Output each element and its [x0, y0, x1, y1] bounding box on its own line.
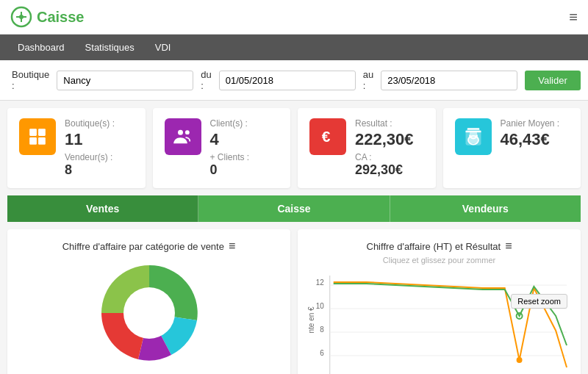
clients-icon	[165, 118, 201, 155]
du-input[interactable]	[219, 71, 356, 90]
y-axis-label: nte en €	[307, 306, 315, 333]
tab-vendeurs[interactable]: Vendeurs	[390, 195, 581, 222]
logo: Caisse	[10, 6, 85, 28]
tab-caisse[interactable]: Caisse	[198, 195, 390, 222]
clients-value: 4	[210, 130, 279, 149]
svg-text:6: 6	[320, 349, 324, 357]
donut-chart-card: Chiffre d'affaire par catégorie de vente…	[7, 229, 290, 374]
svg-point-3	[19, 15, 24, 19]
nav-vdi[interactable]: VDI	[145, 35, 182, 60]
vendeurs-value: 8	[65, 162, 134, 178]
svg-text:8: 8	[320, 326, 324, 334]
boutiques-label: Boutique(s) :	[65, 118, 134, 129]
nav-dashboard[interactable]: Dashboard	[7, 35, 75, 60]
logo-icon	[10, 6, 32, 28]
line-menu-icon[interactable]: ≡	[505, 240, 512, 253]
boutiques-content: Boutique(s) : 11 Vendeur(s) : 8	[65, 118, 134, 178]
panier-label: Panier Moyen :	[501, 118, 570, 129]
tab-ventes[interactable]: Ventes	[7, 195, 198, 222]
svg-point-8	[178, 130, 183, 135]
du-label: du :	[201, 69, 211, 91]
svg-text:€: €	[322, 128, 331, 145]
svg-point-9	[184, 130, 189, 134]
svg-text:10: 10	[316, 302, 324, 310]
svg-rect-6	[29, 137, 37, 145]
line-chart-subtitle: Cliquez et glissez pour zommer	[308, 256, 570, 265]
boutique-label: Boutique :	[12, 69, 49, 91]
app-header: Caisse ≡	[0, 0, 588, 35]
resultat-label: Resultat :	[355, 118, 424, 129]
svg-rect-5	[38, 129, 46, 136]
panier-content: Panier Moyen : 46,43€	[501, 118, 570, 149]
stat-card-boutiques: Boutique(s) : 11 Vendeur(s) : 8	[7, 108, 146, 188]
line-chart-title: Chiffre d'affaire (HT) et Résultat ≡	[308, 240, 570, 253]
donut-menu-icon[interactable]: ≡	[229, 240, 235, 253]
logo-text: Caisse	[37, 9, 85, 26]
svg-rect-7	[38, 137, 46, 145]
reset-zoom-button[interactable]: Reset zoom	[511, 294, 567, 309]
plus-clients-label: + Clients :	[210, 152, 279, 162]
svg-point-25	[517, 357, 523, 363]
stat-card-clients: Client(s) : 4 + Clients : 0	[153, 108, 291, 188]
boutiques-icon	[19, 118, 56, 155]
charts-row: Chiffre d'affaire par catégorie de vente…	[0, 222, 588, 374]
plus-clients-value: 0	[210, 162, 279, 178]
line-chart-card: Chiffre d'affaire (HT) et Résultat ≡ Cli…	[298, 229, 581, 374]
donut-chart-title: Chiffre d'affaire par catégorie de vente…	[18, 240, 280, 253]
euro-icon: €	[309, 118, 346, 155]
chart-tabs: Ventes Caisse Vendeurs	[7, 195, 581, 222]
filter-bar: Boutique : du : au : Valider	[0, 60, 588, 101]
stats-row: Boutique(s) : 11 Vendeur(s) : 8 Client(s…	[0, 108, 588, 195]
ca-label: CA :	[355, 152, 424, 162]
vendeurs-label: Vendeur(s) :	[65, 152, 134, 162]
clients-label: Client(s) :	[210, 118, 279, 129]
svg-text:12: 12	[316, 278, 324, 287]
clients-content: Client(s) : 4 + Clients : 0	[210, 118, 279, 178]
nav-statistiques[interactable]: Statistiques	[75, 35, 145, 60]
resultat-content: Resultat : 222,30€ CA : 292,30€	[355, 118, 424, 178]
svg-point-13	[123, 287, 175, 339]
boutique-input[interactable]	[57, 71, 193, 90]
boutiques-value: 11	[65, 130, 134, 149]
ca-value: 292,30€	[355, 162, 424, 178]
basket-icon	[455, 118, 492, 155]
stat-card-panier: Panier Moyen : 46,43€	[443, 108, 581, 188]
stat-card-resultat: € Resultat : 222,30€ CA : 292,30€	[298, 108, 436, 188]
resultat-value: 222,30€	[355, 130, 424, 149]
donut-chart-visual	[18, 256, 280, 370]
line-chart-visual: Reset zoom 12 10 8 6	[308, 272, 570, 374]
menu-icon[interactable]: ≡	[569, 9, 578, 26]
valider-button[interactable]: Valider	[525, 71, 581, 90]
au-label: au :	[363, 69, 373, 91]
au-input[interactable]	[381, 71, 517, 90]
svg-rect-4	[29, 129, 37, 136]
main-nav: Dashboard Statistiques VDI	[0, 35, 588, 60]
panier-value: 46,43€	[501, 130, 570, 149]
